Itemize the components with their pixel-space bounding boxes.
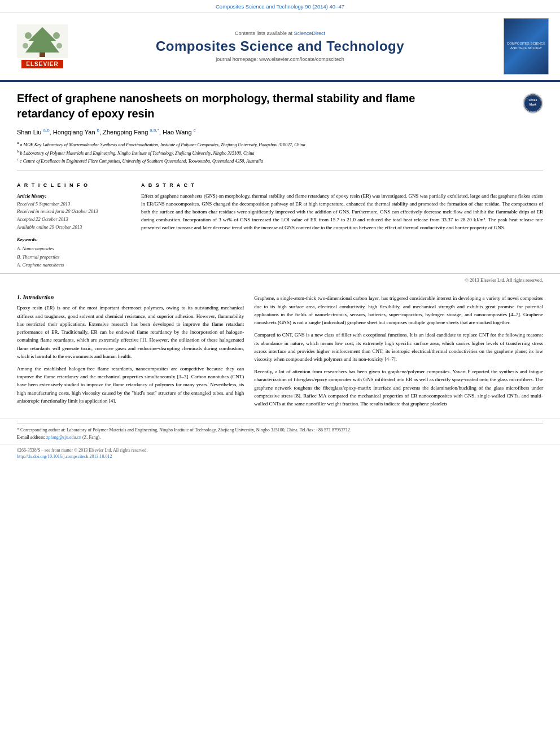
article-history: Article history: Received 5 September 20…: [17, 193, 130, 231]
journal-cover-image: COMPOSITES SCIENCE AND TECHNOLOGY: [504, 18, 549, 75]
copyright-line: © 2013 Elsevier Ltd. All rights reserved…: [0, 273, 560, 286]
svg-point-4: [53, 32, 60, 39]
main-column-left: 1. Introduction Epoxy resin (ER) is one …: [17, 294, 244, 412]
doi-link[interactable]: http://dx.doi.org/10.1016/j.compscitech.…: [17, 454, 543, 459]
journal-header: ELSEVIER Contents lists available at Sci…: [0, 12, 560, 82]
article-info-heading: A R T I C L E I N F O: [17, 182, 130, 188]
journal-homepage: journal homepage: www.elsevier.com/locat…: [73, 56, 487, 62]
svg-rect-2: [40, 53, 45, 57]
intro-paragraph-5: Recently, a lot of attention from resear…: [254, 368, 543, 408]
elsevier-label: ELSEVIER: [21, 60, 63, 68]
sciencedirect-text: Contents lists available at ScienceDirec…: [73, 30, 487, 36]
journal-title-section: Contents lists available at ScienceDirec…: [73, 30, 487, 62]
article-header-section: Effect of graphene nanosheets on morphol…: [0, 82, 560, 182]
journal-title: Composites Science and Technology: [73, 38, 487, 54]
bottom-bar: 0266-3538/$ – see front matter © 2013 El…: [0, 444, 560, 462]
svg-text:Mark: Mark: [530, 103, 536, 106]
journal-reference-link[interactable]: Composites Science and Technology 90 (20…: [216, 3, 344, 10]
email-author-name: (Z. Fang).: [82, 435, 100, 440]
journal-reference-bar: Composites Science and Technology 90 (20…: [0, 0, 560, 12]
elsevier-logo: ELSEVIER: [11, 24, 73, 68]
email-note: E-mail address: zpfang@zju.edu.cn (Z. Fa…: [17, 434, 543, 442]
keyword-3: A. Graphene nanosheets: [17, 261, 130, 269]
intro-paragraph-2: Among the established halogen-free flame…: [17, 365, 244, 405]
contents-text: Contents lists available at: [235, 30, 292, 36]
abstract-text: Effect of graphene nanosheets (GNS) on m…: [141, 193, 543, 232]
affiliations: a a MOE Key Laboratory of Macromolecular…: [17, 140, 543, 165]
intro-paragraph-3: Graphene, a single-atom-thick two-dimens…: [254, 294, 543, 326]
main-column-right: Graphene, a single-atom-thick two-dimens…: [254, 294, 543, 412]
issn-text: 0266-3538/$ – see front matter © 2013 El…: [17, 448, 543, 453]
accepted-date: Accepted 22 October 2013: [17, 216, 130, 224]
svg-point-5: [23, 43, 28, 49]
article-info-column: A R T I C L E I N F O Article history: R…: [17, 182, 130, 269]
affiliation-b: b b Laboratory of Polymer Materials and …: [17, 148, 543, 157]
keyword-1: A. Nanocomposites: [17, 244, 130, 252]
email-label: E-mail address:: [17, 435, 45, 440]
abstract-column: A B S T R A C T Effect of graphene nanos…: [141, 182, 543, 269]
journal-cover-text: COMPOSITES SCIENCE AND TECHNOLOGY: [504, 40, 548, 53]
divider: [17, 171, 543, 171]
crossmark-badge: Cross Mark: [523, 93, 543, 113]
article-title: Effect of graphene nanosheets on morphol…: [17, 91, 457, 121]
available-date: Available online 29 October 2013: [17, 224, 130, 231]
keywords-block: Keywords: A. Nanocomposites B. Thermal p…: [17, 237, 130, 269]
received-date: Received 5 September 2013: [17, 200, 130, 208]
journal-cover-section: COMPOSITES SCIENCE AND TECHNOLOGY: [487, 18, 549, 75]
page-container: Composites Science and Technology 90 (20…: [0, 0, 560, 747]
intro-paragraph-4: Compared to CNT, GNS is a new class of f…: [254, 331, 543, 363]
sciencedirect-link[interactable]: ScienceDirect: [294, 30, 326, 36]
history-label: Article history:: [17, 193, 130, 200]
footnotes-area: * Corresponding author at: Laboratory of…: [0, 418, 560, 444]
revised-date: Received in revised form 20 October 2013: [17, 208, 130, 216]
corresponding-author-note: * Corresponding author at: Laboratory of…: [17, 427, 543, 434]
keywords-label: Keywords:: [17, 237, 130, 242]
article-info-abstract-section: A R T I C L E I N F O Article history: R…: [0, 182, 560, 269]
svg-text:Cross: Cross: [528, 98, 537, 102]
email-link[interactable]: zpfang@zju.edu.cn: [46, 435, 81, 440]
authors-line: Shan Liu a,b, Hongqiang Yan b, Zhengping…: [17, 127, 543, 137]
keyword-2: B. Thermal properties: [17, 253, 130, 261]
affiliation-a: a a MOE Key Laboratory of Macromolecular…: [17, 140, 543, 148]
elsevier-logo-section: ELSEVIER: [11, 24, 73, 68]
main-content: 1. Introduction Epoxy resin (ER) is one …: [0, 286, 560, 418]
svg-point-6: [56, 43, 62, 49]
footnote-divider: [17, 423, 543, 423]
abstract-heading: A B S T R A C T: [141, 182, 543, 188]
elsevier-tree-icon: [17, 24, 68, 58]
crossmark-icon: Cross Mark: [524, 93, 542, 113]
intro-paragraph-1: Epoxy resin (ER) is one of the most impo…: [17, 304, 244, 360]
svg-point-3: [25, 32, 32, 39]
affiliation-c: c c Centre of Excellence in Engineered F…: [17, 156, 543, 165]
intro-section-title: 1. Introduction: [17, 294, 244, 300]
